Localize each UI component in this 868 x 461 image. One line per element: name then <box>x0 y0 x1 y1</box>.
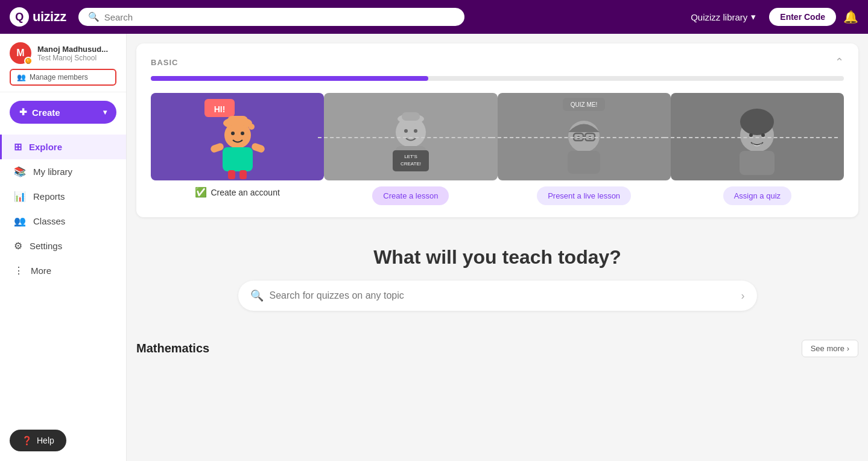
avatar: M 🏆 <box>10 42 31 64</box>
sidebar-item-more[interactable]: ⋮ More <box>0 258 126 283</box>
teach-title: What will you teach today? <box>146 246 849 269</box>
step1-label: ✅ Create an account <box>195 186 279 198</box>
logo: Q uizizz <box>10 7 66 27</box>
assign-quiz-button[interactable]: Assign a quiz <box>723 186 791 205</box>
svg-rect-4 <box>209 142 224 154</box>
math-section-header: Mathematics See more › <box>136 335 858 362</box>
collapse-button[interactable]: ⌃ <box>835 56 844 69</box>
math-section-title: Mathematics <box>136 342 209 355</box>
plus-icon: ✚ <box>19 107 27 118</box>
avatar-initial: M <box>16 48 24 59</box>
sidebar-item-settings[interactable]: ⚙ Settings <box>0 234 126 258</box>
onboarding-step-4: Assign a quiz <box>671 93 844 205</box>
step1-illustration: HI! <box>198 93 277 180</box>
user-details: Manoj Madhusud... Test Manoj School <box>37 45 108 62</box>
progress-card: BASIC ⌃ HI! <box>136 43 858 217</box>
onboarding-step-3: QUIZ ME! <box>498 93 671 205</box>
onboarding-step-2: LET'S CREATE! Create a lesson <box>324 93 497 205</box>
main-layout: M 🏆 Manoj Madhusud... Test Manoj School … <box>0 34 868 461</box>
search-bar[interactable]: 🔍 <box>78 8 464 26</box>
create-button[interactable]: ✚ Create ▾ <box>10 101 116 124</box>
sidebar-item-label: Classes <box>33 216 65 226</box>
svg-rect-9 <box>239 170 247 179</box>
library-chevron-icon: ▾ <box>751 11 756 22</box>
svg-text:LET'S: LET'S <box>404 154 417 159</box>
sidebar: M 🏆 Manoj Madhusud... Test Manoj School … <box>0 34 127 461</box>
svg-rect-3 <box>223 147 253 171</box>
main-content: BASIC ⌃ HI! <box>127 34 868 461</box>
svg-point-33 <box>740 109 774 135</box>
onboarding-steps: HI! <box>151 93 844 205</box>
assign-quiz-label: Assign a quiz <box>734 191 781 200</box>
sidebar-item-classes[interactable]: 👥 Classes <box>0 209 126 234</box>
svg-rect-32 <box>740 151 775 175</box>
explore-icon: ⊞ <box>14 141 22 153</box>
logo-icon: Q <box>10 7 29 27</box>
library-label: Quizizz library <box>691 12 747 22</box>
logo-text: uizizz <box>33 9 66 25</box>
manage-members-icon: 👥 <box>17 73 26 81</box>
library-button[interactable]: Quizizz library ▾ <box>685 8 762 26</box>
create-label: Create <box>32 107 60 118</box>
connector-2 <box>492 137 665 138</box>
svg-rect-11 <box>227 116 248 126</box>
connector-1 <box>318 137 491 138</box>
svg-point-17 <box>404 129 408 133</box>
sidebar-item-label: More <box>31 265 51 276</box>
svg-point-7 <box>241 132 244 135</box>
progress-label: BASIC <box>151 58 178 67</box>
quiz-search-input[interactable] <box>270 290 735 301</box>
math-section: Mathematics See more › <box>136 335 858 372</box>
svg-text:HI!: HI! <box>214 104 225 114</box>
see-more-button[interactable]: See more › <box>802 340 858 357</box>
create-btn-inner: ✚ Create <box>19 107 60 118</box>
svg-rect-5 <box>250 142 265 154</box>
svg-rect-25 <box>568 151 600 174</box>
onboarding-step-1: HI! <box>151 93 324 205</box>
nav-items: ⊞ Explore 📚 My library 📊 Reports 👥 Class… <box>0 132 126 285</box>
present-live-lesson-button[interactable]: Present a live lesson <box>537 186 631 205</box>
search-input[interactable] <box>104 12 455 22</box>
enter-code-button[interactable]: Enter Code <box>769 8 836 26</box>
bell-icon: 🔔 <box>843 10 858 24</box>
svg-text:QUIZ ME!: QUIZ ME! <box>571 101 597 108</box>
present-live-lesson-label: Present a live lesson <box>548 191 620 200</box>
sidebar-item-my-library[interactable]: 📚 My library <box>0 159 126 184</box>
sidebar-item-explore[interactable]: ⊞ Explore <box>0 135 126 159</box>
teach-section: What will you teach today? 🔍 › <box>136 227 858 325</box>
quiz-search-bar[interactable]: 🔍 › <box>238 281 757 311</box>
sidebar-item-reports[interactable]: 📊 Reports <box>0 184 126 209</box>
manage-members-button[interactable]: 👥 Manage members <box>10 69 116 86</box>
svg-rect-8 <box>228 170 235 179</box>
create-chevron-icon: ▾ <box>103 108 107 116</box>
topnav: Q uizizz 🔍 Quizizz library ▾ Enter Code … <box>0 0 868 34</box>
classes-icon: 👥 <box>14 215 26 227</box>
nav-right: Quizizz library ▾ Enter Code 🔔 <box>685 8 858 26</box>
sidebar-item-label: Explore <box>29 142 62 152</box>
see-more-label: See more › <box>811 344 849 353</box>
svg-point-18 <box>414 129 417 133</box>
notification-button[interactable]: 🔔 <box>843 10 858 24</box>
progress-bar-bg <box>151 76 844 81</box>
sidebar-item-label: Settings <box>30 241 62 251</box>
library-icon: 📚 <box>14 166 26 177</box>
help-icon: ❓ <box>22 436 32 445</box>
progress-header: BASIC ⌃ <box>151 56 844 69</box>
create-lesson-label: Create a lesson <box>383 191 438 200</box>
step1-image: HI! <box>151 93 324 180</box>
settings-icon: ⚙ <box>14 240 22 252</box>
user-name: Manoj Madhusud... <box>37 45 108 54</box>
reports-icon: 📊 <box>14 191 26 202</box>
sidebar-footer: ❓ Help <box>0 420 126 461</box>
search-arrow-icon: › <box>741 290 745 302</box>
avatar-badge: 🏆 <box>24 57 33 65</box>
step1-text: Create an account <box>211 188 279 197</box>
search-icon: 🔍 <box>88 11 100 22</box>
svg-point-12 <box>249 124 255 130</box>
connector-3 <box>665 137 838 138</box>
help-button[interactable]: ❓ Help <box>10 430 66 451</box>
progress-bar-fill <box>151 76 428 81</box>
create-lesson-button[interactable]: Create a lesson <box>372 186 449 205</box>
more-icon: ⋮ <box>14 265 24 276</box>
user-info: M 🏆 Manoj Madhusud... Test Manoj School <box>10 42 116 64</box>
